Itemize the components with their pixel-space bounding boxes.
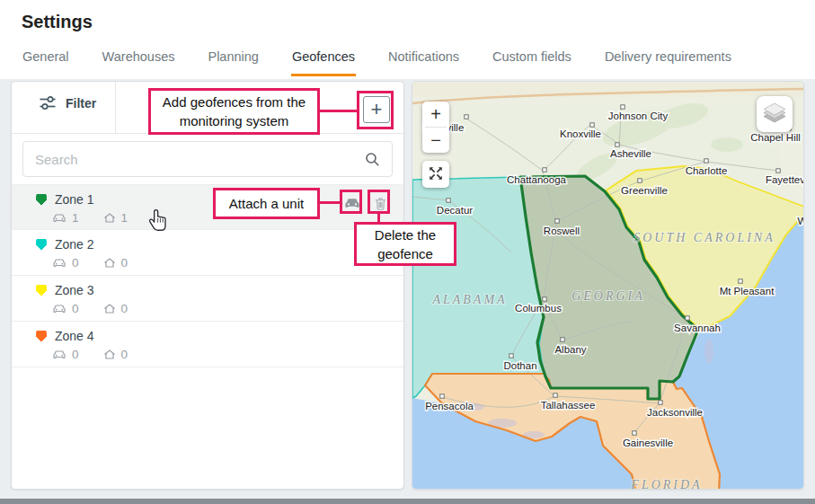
map-panel[interactable]: ALABAMAGEORGIASOUTH CAROLINAFLORIDA Nash… (412, 81, 804, 490)
vehicle-icon (52, 257, 66, 270)
zone-name: Zone 3 (55, 283, 94, 297)
city-dot (561, 338, 564, 341)
zoom-in-button[interactable]: + (422, 102, 449, 127)
annotation-attach-unit: Attach a unit (213, 188, 320, 219)
annotation-connector (320, 110, 357, 112)
tab-notifications[interactable]: Notifications (387, 47, 460, 76)
city-dot (543, 297, 546, 301)
city-label: Savannah (674, 323, 721, 333)
annotation-delete-geofence: Delete the geofence (354, 222, 456, 266)
city-dot (638, 179, 642, 182)
city-dot (465, 115, 468, 119)
zone-title: Zone 2 (12, 230, 403, 252)
city-dot (616, 143, 619, 146)
warehouse-icon (103, 257, 116, 269)
search-area (12, 134, 403, 184)
vehicle-icon (52, 303, 66, 315)
zone-row-zone-4[interactable]: Zone 4 0 0 (12, 322, 403, 367)
page-title: Settings (22, 12, 93, 32)
annotation-outline-add-button (357, 91, 394, 129)
divider (115, 82, 116, 133)
city-label: Jacksonville (647, 407, 703, 418)
city-label: Greenville (621, 185, 668, 196)
city-dot (686, 316, 689, 320)
zone-shape-icon (36, 285, 47, 296)
city-label: Decatur (437, 205, 473, 216)
search-icon[interactable] (365, 152, 380, 171)
city-label: Roswell (544, 225, 580, 236)
zone-shape-icon (36, 331, 47, 341)
tab-geofences[interactable]: Geofences (291, 47, 356, 76)
city-label: Chattanooga (507, 174, 566, 185)
city-label: Knoxville (560, 128, 601, 139)
search-input[interactable] (22, 141, 393, 177)
city-dot (440, 394, 444, 398)
vehicle-count: 0 (72, 348, 79, 361)
city-label: Dothan (503, 360, 536, 371)
zoom-out-button[interactable]: − (422, 128, 449, 153)
filter-button[interactable]: Filter (33, 94, 102, 111)
city-label: Albany (554, 344, 586, 355)
zone-shape-icon (36, 194, 47, 205)
tab-delivery-requirements[interactable]: Delivery requirements (604, 47, 732, 76)
annotation-outline-delete-button (368, 190, 390, 214)
city-dot (633, 431, 636, 435)
warehouse-icon (103, 303, 116, 314)
city-label: Columbus (515, 303, 562, 314)
warehouse-icon (103, 349, 116, 360)
city-dot (554, 393, 557, 397)
zone-name: Zone 1 (55, 192, 94, 207)
city-label: Mt Pleasant (720, 286, 775, 296)
vehicle-count: 0 (72, 256, 79, 270)
annotation-add-geofences: Add geofences from the monitoring system (148, 88, 320, 135)
city-label: Asheville (610, 148, 651, 159)
zone-name: Zone 2 (55, 237, 94, 252)
city-dot (704, 159, 708, 163)
zone-counts: 0 0 (12, 252, 403, 270)
warehouse-icon (103, 212, 116, 224)
city-dot (509, 354, 513, 358)
layers-icon (761, 101, 788, 128)
city-label: W (798, 216, 804, 226)
city-label: Tallahassee (541, 400, 596, 411)
vehicle-count: 1 (72, 211, 79, 225)
city-dot (776, 169, 780, 172)
warehouse-count: 1 (121, 211, 128, 225)
fullscreen-button[interactable] (422, 161, 449, 188)
zone-counts: 0 0 (12, 297, 403, 315)
warehouse-count: 0 (121, 348, 128, 361)
page-header: Settings GeneralWarehousesPlanningGeofen… (0, 0, 815, 79)
window-edge (0, 499, 815, 504)
state-label: GEORGIA (571, 289, 645, 303)
zone-row-zone-3[interactable]: Zone 3 0 0 (12, 276, 403, 322)
vehicle-icon (52, 212, 66, 225)
city-label: Johnson City (608, 111, 669, 121)
city-label: Chapel Hill (750, 132, 801, 143)
city-dot (555, 219, 559, 223)
filter-label: Filter (66, 96, 96, 111)
annotation-connector (377, 214, 380, 222)
state-label: ALABAMA (431, 293, 507, 306)
filter-icon (39, 95, 57, 111)
tab-general[interactable]: General (22, 47, 70, 76)
city-dot (590, 123, 594, 127)
city-dot (621, 105, 625, 109)
zone-title: Zone 4 (12, 322, 403, 343)
annotation-connector (320, 201, 340, 204)
zone-counts: 0 0 (12, 343, 403, 361)
zoom-control: + − (422, 102, 449, 153)
city-dot (543, 168, 546, 172)
tab-custom-fields[interactable]: Custom fields (492, 47, 572, 76)
geofence-map[interactable]: ALABAMAGEORGIASOUTH CAROLINAFLORIDA Nash… (412, 82, 804, 490)
zone-title: Zone 3 (12, 276, 403, 297)
annotation-outline-attach-button (340, 190, 362, 214)
city-label: Pensacola (425, 401, 474, 411)
zone-row-zone-2[interactable]: Zone 2 0 0 (12, 230, 403, 276)
layers-button[interactable] (757, 96, 793, 132)
city-label: Fayetteville (766, 174, 804, 185)
state-label: FLORIDA (630, 478, 702, 490)
tab-planning[interactable]: Planning (207, 47, 259, 76)
tab-warehouses[interactable]: Warehouses (102, 47, 176, 76)
vehicle-count: 0 (72, 302, 79, 315)
fullscreen-icon (428, 165, 444, 184)
